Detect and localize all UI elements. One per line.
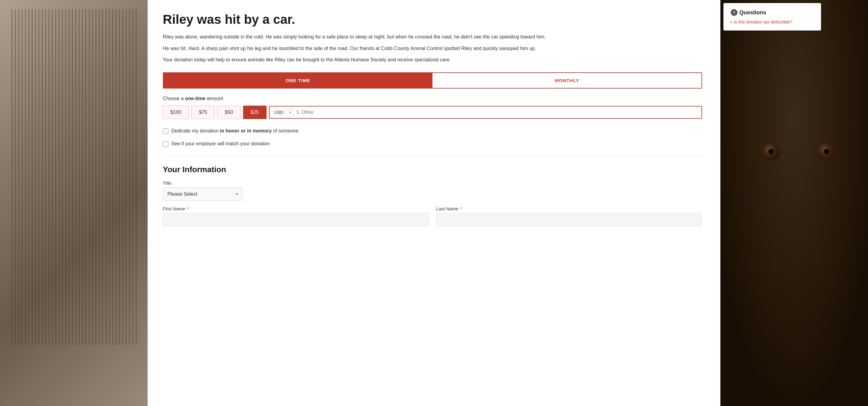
dedicate-label-suffix: of someone <box>272 128 299 134</box>
questions-panel: ? Questions Is this donation tax deducti… <box>723 3 821 31</box>
title-select[interactable]: Please Select Mr. Mrs. Ms. Dr. Prof. <box>163 187 242 201</box>
donation-tabs: ONE TIME MONTHLY <box>163 72 702 89</box>
dog-left-eye <box>762 142 780 161</box>
dedicate-label-bold: in honor or in memory <box>220 128 272 134</box>
dog-face <box>720 0 868 406</box>
title-field: Title Please Select Mr. Mrs. Ms. Dr. Pro… <box>163 180 702 201</box>
dedicate-label[interactable]: Dedicate my donation in honor or in memo… <box>172 127 299 134</box>
questions-item-tax[interactable]: Is this donation tax deductible? <box>731 20 814 24</box>
other-amount-input[interactable] <box>301 107 702 118</box>
title-label: Title <box>163 180 702 185</box>
last-name-label: Last Name * <box>436 206 702 211</box>
amount-75[interactable]: $75 <box>191 106 215 119</box>
choose-label-plain: Choose a <box>163 96 185 101</box>
last-name-input[interactable] <box>436 213 702 227</box>
tab-one-time[interactable]: ONE TIME <box>163 73 432 88</box>
dedicate-checkbox-row: Dedicate my donation in honor or in memo… <box>163 127 702 134</box>
dog-right-eye <box>817 142 836 161</box>
story-paragraph-3: Your donation today will help to ensure … <box>163 56 702 64</box>
tab-monthly[interactable]: MONTHLY <box>432 73 702 88</box>
amount-100[interactable]: $100 <box>163 106 189 119</box>
title-select-wrapper: Please Select Mr. Mrs. Ms. Dr. Prof. <box>163 187 242 201</box>
employer-match-label[interactable]: See if your employer will match your don… <box>172 140 270 147</box>
story-paragraph-2: He was hit. Hard. A sharp pain shot up h… <box>163 45 702 53</box>
your-information-title: Your Information <box>163 165 702 174</box>
dog-fur-texture <box>720 0 868 406</box>
amount-selection-row: $100 $75 $50 $25 USD EUR GBP $ <box>163 106 702 119</box>
first-name-input[interactable] <box>163 213 429 227</box>
last-name-required: * <box>460 206 462 211</box>
dedicate-checkbox[interactable] <box>163 128 168 134</box>
questions-title: ? Questions <box>731 9 814 16</box>
amount-50[interactable]: $50 <box>217 106 241 119</box>
first-name-field: First Name * <box>163 206 429 227</box>
dedicate-label-plain: Dedicate my donation <box>172 128 220 134</box>
choose-label-suffix: amount <box>205 96 223 101</box>
left-background <box>0 0 148 406</box>
currency-select-wrap[interactable]: USD EUR GBP <box>270 107 294 118</box>
choose-amount-label: Choose a one-time amount <box>163 96 702 102</box>
employer-match-checkbox[interactable] <box>163 141 168 147</box>
question-icon: ? <box>731 9 738 16</box>
story-paragraph-1: Riley was alone, wandering outside in th… <box>163 33 702 41</box>
other-amount-field: USD EUR GBP $ <box>269 106 703 119</box>
amount-25[interactable]: $25 <box>243 106 267 119</box>
main-form-area: Riley was hit by a car. Riley was alone,… <box>148 0 720 406</box>
first-name-required: * <box>187 206 189 211</box>
last-name-field: Last Name * <box>436 206 702 227</box>
currency-select[interactable]: USD EUR GBP <box>272 107 289 118</box>
choose-label-bold: one-time <box>185 96 206 101</box>
name-row: First Name * Last Name * <box>163 206 702 232</box>
page-title: Riley was hit by a car. <box>163 12 702 27</box>
employer-match-checkbox-row: See if your employer will match your don… <box>163 140 702 147</box>
dollar-sign-icon: $ <box>294 107 301 118</box>
right-background-dog-photo: ? Questions Is this donation tax deducti… <box>720 0 868 406</box>
first-name-label: First Name * <box>163 206 429 211</box>
